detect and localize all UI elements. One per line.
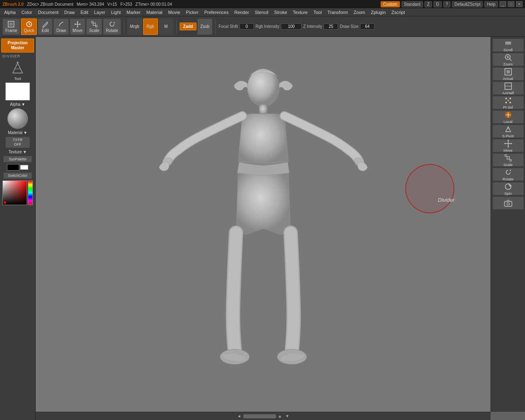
svg-rect-42: [505, 155, 507, 156]
alpha-preview[interactable]: [5, 82, 30, 100]
alpha-dropdown[interactable]: Alpha ▼: [10, 102, 25, 107]
local-button[interactable]: Local: [493, 110, 524, 123]
menu-transform[interactable]: Transform: [325, 9, 350, 16]
menu-picker[interactable]: Picker: [183, 9, 201, 16]
scroll-down-arrow[interactable]: ▼: [284, 414, 290, 418]
spin-button[interactable]: Spin: [493, 182, 524, 195]
menu-marker[interactable]: Marker: [124, 9, 143, 16]
mrgb-button[interactable]: Mrgb: [127, 18, 142, 35]
txtr-off-button[interactable]: TXTROFF: [5, 137, 30, 148]
frame-button[interactable]: Frame: [2, 18, 20, 35]
projection-master-button[interactable]: ProjectionMaster: [1, 39, 34, 52]
z-button[interactable]: Z: [425, 1, 432, 7]
scroll-button[interactable]: Scroll: [493, 39, 524, 52]
menu-document[interactable]: Document: [35, 9, 61, 16]
move-right-button[interactable]: Move: [493, 139, 524, 152]
toolbar-sep2: [176, 19, 177, 34]
svg-marker-6: [80, 23, 81, 25]
menu-color[interactable]: Color: [19, 9, 34, 16]
svg-line-23: [509, 59, 511, 61]
draw-size-input[interactable]: [360, 23, 374, 30]
sys-palette-button[interactable]: SysPalette: [3, 156, 32, 162]
svg-marker-5: [74, 23, 75, 25]
quick-button[interactable]: Quick: [21, 18, 37, 35]
menu-layer[interactable]: Layer: [91, 9, 108, 16]
scroll-up-arrow[interactable]: ▲: [277, 414, 283, 418]
z-intensity-input[interactable]: [324, 23, 338, 30]
brush-options: Mrgb Rgb M: [127, 18, 173, 35]
help-button[interactable]: Help: [484, 1, 498, 7]
color-picker-hue[interactable]: [28, 180, 33, 205]
svg-point-31: [509, 98, 511, 99]
ptsel-button[interactable]: Pt Sel: [493, 96, 524, 109]
left-panel: ProjectionMaster DIVIDER Tool Alpha ▼ Ma…: [0, 37, 36, 420]
scroll-left-arrow[interactable]: ◄: [236, 414, 242, 418]
figure-container: [36, 37, 491, 412]
menu-texture[interactable]: Texture: [290, 9, 310, 16]
d-button[interactable]: D: [434, 1, 441, 7]
texture-dropdown[interactable]: Texture ▼: [9, 150, 27, 154]
move-button[interactable]: Move: [70, 18, 85, 35]
aahalf-button[interactable]: AAHalf: [493, 82, 524, 95]
time-info: ZTime> 00:00:01.04: [135, 2, 172, 7]
minimize-button[interactable]: _: [500, 1, 506, 7]
menu-light[interactable]: Light: [109, 9, 123, 16]
main-canvas[interactable]: Divider: [36, 37, 491, 412]
rgb-button[interactable]: Rgb: [143, 18, 158, 35]
spivot-button[interactable]: S.Pivot: [493, 125, 524, 138]
standard-button[interactable]: Standard: [402, 1, 423, 7]
focal-shift-input[interactable]: [240, 23, 254, 30]
custom-button[interactable]: Custom: [381, 1, 399, 7]
actual-button[interactable]: Actual: [493, 67, 524, 80]
menu-edit[interactable]: Edit: [78, 9, 91, 16]
toolbar-sep3: [215, 19, 216, 34]
maximize-button[interactable]: □: [508, 1, 514, 7]
menu-draw[interactable]: Draw: [62, 9, 78, 16]
color-picker-gradient[interactable]: [2, 180, 27, 205]
background-color[interactable]: [20, 165, 28, 170]
menu-material[interactable]: Material: [144, 9, 165, 16]
close-button[interactable]: ×: [516, 1, 523, 7]
menu-movie[interactable]: Movie: [166, 9, 183, 16]
menu-stroke[interactable]: Stroke: [272, 9, 290, 16]
svg-marker-4: [77, 26, 78, 27]
foreground-color[interactable]: [7, 164, 19, 171]
draw-button[interactable]: Draw: [53, 18, 68, 35]
menu-alpha[interactable]: Alpha: [2, 9, 18, 16]
right-panel: Scroll Zoom Actual AAHalf Pt Sel Local S…: [491, 37, 525, 412]
camera-button[interactable]: [493, 196, 524, 210]
svg-rect-43: [510, 160, 511, 161]
mem-info: Mem> 343.284: [77, 2, 104, 7]
svg-marker-40: [511, 143, 512, 144]
switch-color-button[interactable]: SwitchColor: [3, 172, 32, 179]
menu-zplugin[interactable]: Zplugin: [368, 9, 388, 16]
material-sphere[interactable]: [7, 108, 28, 129]
menu-zscript[interactable]: Zscript: [389, 9, 407, 16]
zsub-button[interactable]: Zsub: [197, 18, 212, 35]
svg-marker-3: [77, 21, 78, 22]
m-button[interactable]: M: [159, 18, 173, 35]
material-dropdown[interactable]: Material ▼: [8, 130, 27, 135]
svg-point-30: [505, 98, 507, 99]
menu-tool[interactable]: Tool: [311, 9, 324, 16]
zoom-button[interactable]: Zoom: [493, 53, 524, 66]
scale-button[interactable]: Scale: [86, 18, 102, 35]
rotate-button[interactable]: Rotate: [103, 18, 121, 35]
help-q-button[interactable]: ?: [443, 1, 451, 7]
scroll-thumb[interactable]: [243, 414, 276, 418]
rgb-intensity-input[interactable]: [281, 23, 301, 30]
menu-zoom[interactable]: Zoom: [351, 9, 368, 16]
menu-render[interactable]: Render: [232, 9, 251, 16]
menu-preferences[interactable]: Preferences: [202, 9, 231, 16]
edit-button[interactable]: Edit: [38, 18, 52, 35]
svg-rect-15: [259, 105, 267, 115]
tool-icon[interactable]: Tool: [9, 60, 26, 81]
svg-point-32: [505, 102, 507, 103]
zadd-button[interactable]: Zadd: [180, 23, 197, 30]
nav-tools: Frame Quick Edit Draw Move Scale Rotate: [2, 18, 121, 35]
scale-right-button[interactable]: Scale: [493, 153, 524, 167]
menu-stencil[interactable]: Stencil: [252, 9, 271, 16]
default-script-button[interactable]: DefaultZScript: [452, 1, 483, 7]
rotate-right-button[interactable]: Rotate: [493, 168, 524, 181]
svg-rect-1: [9, 23, 13, 26]
